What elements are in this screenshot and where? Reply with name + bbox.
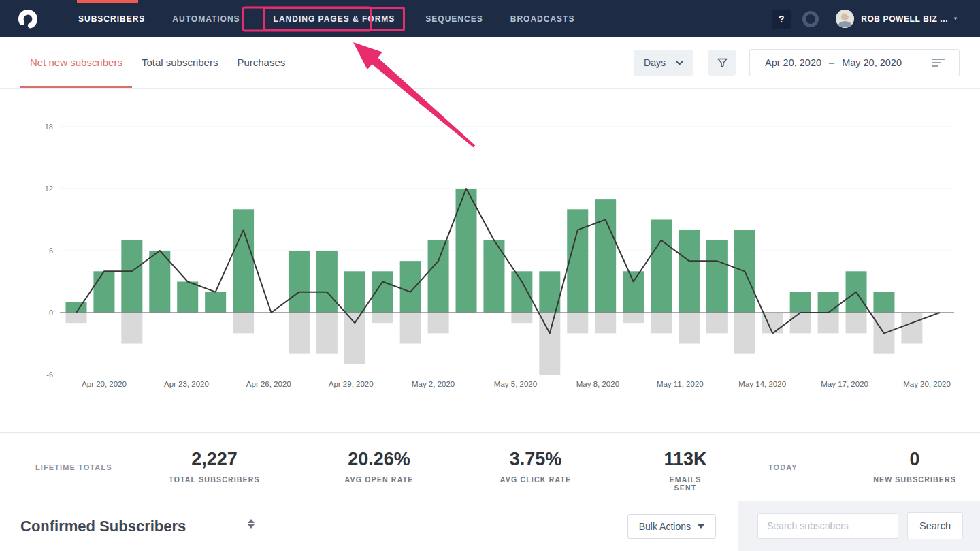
svg-text:May 11, 2020: May 11, 2020 bbox=[657, 380, 704, 388]
stat-value: 20.26% bbox=[345, 449, 414, 470]
nav-menu: SUBSCRIBERS AUTOMATIONS LANDING PAGES & … bbox=[78, 7, 602, 31]
filter-funnel-icon bbox=[717, 57, 728, 69]
svg-text:May 14, 2020: May 14, 2020 bbox=[738, 380, 786, 388]
lifetime-totals-label: LIFETIME TOTALS bbox=[35, 463, 112, 471]
search-input[interactable] bbox=[757, 513, 898, 539]
nav-item-subscribers[interactable]: SUBSCRIBERS bbox=[78, 14, 145, 24]
svg-text:Apr 20, 2020: Apr 20, 2020 bbox=[82, 380, 127, 388]
stat-label: NEW SUBSCRIBERS bbox=[873, 475, 956, 484]
nav-item-sequences[interactable]: SEQUENCES bbox=[425, 14, 483, 24]
stat-value: 2,227 bbox=[169, 449, 260, 470]
stat-avg-open-rate: 20.26% AVG OPEN RATE bbox=[345, 449, 414, 484]
subscribers-dashboard: SUBSCRIBERS AUTOMATIONS LANDING PAGES & … bbox=[0, 0, 980, 551]
svg-text:May 17, 2020: May 17, 2020 bbox=[821, 380, 868, 388]
svg-text:Apr 26, 2020: Apr 26, 2020 bbox=[246, 380, 291, 388]
svg-text:18: 18 bbox=[45, 123, 53, 131]
nav-item-landing-pages-forms[interactable]: LANDING PAGES & FORMS bbox=[263, 7, 406, 31]
today-panel: TODAY 0 NEW SUBSCRIBERS bbox=[738, 433, 980, 501]
net-new-subscribers-chart: 181260-6Apr 20, 2020Apr 23, 2020Apr 26, … bbox=[0, 89, 980, 432]
stat-value: 3.75% bbox=[500, 449, 572, 470]
nav-right-cluster: ? ROB POWELL BIZ ... ▼ bbox=[772, 10, 980, 29]
stat-new-subscribers-today: 0 NEW SUBSCRIBERS bbox=[873, 449, 956, 484]
svg-text:0: 0 bbox=[49, 309, 53, 317]
chevron-down-icon bbox=[676, 61, 683, 65]
account-caret-icon[interactable]: ▼ bbox=[953, 16, 958, 22]
avatar[interactable] bbox=[836, 10, 854, 28]
search-panel: Search bbox=[738, 501, 980, 551]
search-button[interactable]: Search bbox=[907, 512, 963, 539]
svg-text:May 5, 2020: May 5, 2020 bbox=[494, 380, 537, 388]
tab-net-new-subscribers[interactable]: Net new subscribers bbox=[20, 37, 132, 88]
tab-total-subscribers[interactable]: Total subscribers bbox=[132, 37, 228, 88]
date-range-start: Apr 20, 2020 bbox=[765, 57, 821, 68]
svg-text:12: 12 bbox=[45, 185, 53, 193]
nav-item-broadcasts[interactable]: BROADCASTS bbox=[510, 14, 575, 24]
nav-item-automations[interactable]: AUTOMATIONS bbox=[172, 14, 240, 24]
report-tabs-row: Net new subscribers Total subscribers Pu… bbox=[0, 37, 980, 89]
account-menu[interactable]: ROB POWELL BIZ ... bbox=[861, 14, 948, 24]
date-range-menu-button[interactable] bbox=[917, 50, 959, 76]
top-nav: SUBSCRIBERS AUTOMATIONS LANDING PAGES & … bbox=[0, 0, 980, 37]
chart-controls: Days Apr 20, 2020 – May 20, 2020 bbox=[634, 49, 980, 76]
date-range-separator: – bbox=[829, 57, 834, 68]
interval-dropdown[interactable]: Days bbox=[634, 50, 693, 76]
bulk-actions-label: Bulk Actions bbox=[639, 521, 691, 532]
sort-toggle-icon[interactable] bbox=[248, 519, 255, 529]
stat-value: 113K bbox=[659, 449, 712, 470]
svg-text:May 2, 2020: May 2, 2020 bbox=[412, 380, 455, 388]
filter-button[interactable] bbox=[708, 50, 736, 76]
table-title: Confirmed Subscribers bbox=[20, 518, 186, 535]
date-range-picker[interactable]: Apr 20, 2020 – May 20, 2020 bbox=[749, 49, 960, 76]
lifetime-totals-panel: LIFETIME TOTALS 2,227 TOTAL SUBSCRIBERS … bbox=[0, 433, 738, 501]
stat-avg-click-rate: 3.75% AVG CLICK RATE bbox=[500, 449, 572, 484]
tab-purchases[interactable]: Purchases bbox=[227, 37, 295, 88]
report-tabs: Net new subscribers Total subscribers Pu… bbox=[20, 37, 295, 88]
stats-row: LIFETIME TOTALS 2,227 TOTAL SUBSCRIBERS … bbox=[0, 432, 980, 501]
svg-text:Apr 29, 2020: Apr 29, 2020 bbox=[329, 380, 374, 388]
subscriber-list-header: Confirmed Subscribers Bulk Actions bbox=[0, 501, 738, 551]
stat-label: AVG OPEN RATE bbox=[345, 475, 414, 484]
svg-text:Apr 23, 2020: Apr 23, 2020 bbox=[164, 380, 209, 388]
stat-value: 0 bbox=[873, 449, 956, 470]
stat-emails-sent: 113K EMAILS SENT bbox=[659, 449, 712, 492]
app-logo-icon[interactable] bbox=[16, 7, 39, 31]
svg-text:-6: -6 bbox=[46, 371, 53, 379]
svg-text:May 20, 2020: May 20, 2020 bbox=[903, 380, 951, 388]
stat-label: AVG CLICK RATE bbox=[500, 475, 572, 484]
sort-lines-icon bbox=[932, 58, 945, 67]
date-range-text: Apr 20, 2020 – May 20, 2020 bbox=[750, 57, 917, 68]
today-label: TODAY bbox=[768, 463, 798, 471]
stat-label: TOTAL SUBSCRIBERS bbox=[169, 475, 260, 484]
active-nav-indicator bbox=[77, 0, 138, 3]
stat-label: EMAILS SENT bbox=[659, 475, 712, 492]
ring-icon[interactable] bbox=[802, 11, 819, 27]
subscriber-list-header-row: Confirmed Subscribers Bulk Actions Searc… bbox=[0, 501, 980, 551]
stat-total-subscribers: 2,227 TOTAL SUBSCRIBERS bbox=[169, 449, 260, 484]
svg-text:May 8, 2020: May 8, 2020 bbox=[576, 380, 619, 388]
bulk-actions-button[interactable]: Bulk Actions bbox=[627, 514, 716, 539]
caret-down-icon bbox=[698, 524, 704, 529]
interval-dropdown-value: Days bbox=[644, 57, 666, 68]
date-range-end: May 20, 2020 bbox=[842, 57, 902, 68]
help-button[interactable]: ? bbox=[772, 10, 791, 29]
svg-text:6: 6 bbox=[49, 247, 53, 255]
chart-canvas: 181260-6Apr 20, 2020Apr 23, 2020Apr 26, … bbox=[0, 89, 980, 432]
